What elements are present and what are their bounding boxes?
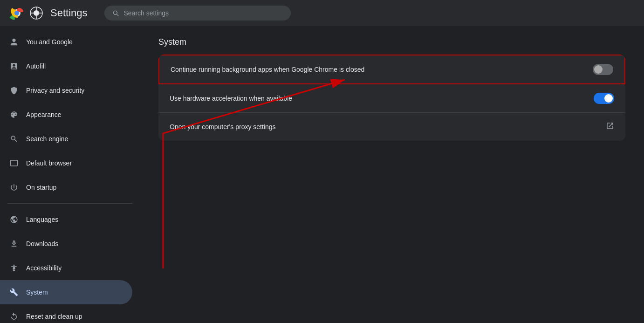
sidebar-label-appearance: Appearance — [26, 111, 62, 118]
shield-icon — [9, 86, 19, 95]
main-content: System Continue running background apps … — [140, 26, 644, 152]
settings-row-proxy-settings[interactable]: Open your computer's proxy settings — [158, 113, 625, 141]
settings-card-system: Continue running background apps when Go… — [158, 55, 625, 141]
chrome-logo-icon — [9, 6, 24, 21]
search-icon — [112, 9, 119, 17]
person-icon — [9, 37, 19, 47]
sidebar-item-you-and-google[interactable]: You and Google — [0, 30, 132, 54]
palette-icon — [9, 110, 19, 119]
page-title: Settings — [50, 7, 88, 19]
sidebar-label-privacy-security: Privacy and security — [26, 87, 84, 94]
svg-point-1 — [14, 11, 19, 15]
sidebar-label-system: System — [26, 289, 48, 296]
sidebar-item-privacy-security[interactable]: Privacy and security — [0, 78, 132, 103]
default-browser-icon — [9, 158, 19, 168]
background-apps-label: Continue running background apps when Go… — [171, 66, 364, 73]
chrome-icon — [30, 7, 43, 20]
external-link-icon — [606, 122, 614, 132]
section-title: System — [158, 37, 625, 47]
wrench-icon — [9, 288, 19, 297]
toggle-slider-on — [594, 93, 614, 104]
sidebar-item-default-browser[interactable]: Default browser — [0, 151, 132, 175]
sidebar-item-downloads[interactable]: Downloads — [0, 232, 132, 256]
sidebar-item-search-engine[interactable]: Search engine — [0, 127, 132, 151]
sidebar-item-appearance[interactable]: Appearance — [0, 103, 132, 127]
search-engine-icon — [9, 134, 19, 144]
sidebar-item-accessibility[interactable]: Accessibility — [0, 256, 132, 280]
hardware-acceleration-label: Use hardware acceleration when available — [170, 95, 292, 102]
sidebar-item-languages[interactable]: Languages — [0, 207, 132, 232]
accessibility-icon — [9, 263, 19, 273]
sidebar-item-autofill[interactable]: Autofill — [0, 54, 132, 78]
sidebar-label-you-and-google: You and Google — [26, 38, 73, 46]
sidebar-label-downloads: Downloads — [26, 240, 58, 247]
background-apps-toggle[interactable] — [593, 64, 613, 75]
sidebar: You and Google Autofill Privacy and secu… — [0, 26, 140, 323]
header: Settings — [0, 0, 644, 26]
app-logo — [9, 6, 43, 21]
search-bar[interactable] — [104, 6, 291, 21]
sidebar-label-on-startup: On startup — [26, 184, 56, 191]
toggle-slider — [593, 64, 613, 75]
search-input[interactable] — [124, 9, 283, 17]
sidebar-label-default-browser: Default browser — [26, 159, 72, 167]
sidebar-divider — [7, 203, 132, 204]
svg-point-3 — [34, 10, 39, 16]
svg-rect-4 — [11, 160, 18, 166]
globe-icon — [9, 215, 19, 224]
sidebar-label-reset-cleanup: Reset and clean up — [26, 313, 82, 320]
autofill-icon — [9, 62, 19, 71]
settings-row-background-apps: Continue running background apps when Go… — [158, 55, 625, 84]
hardware-acceleration-toggle[interactable] — [594, 93, 614, 104]
sidebar-label-autofill: Autofill — [26, 62, 46, 70]
proxy-settings-label: Open your computer's proxy settings — [170, 123, 276, 131]
sidebar-item-reset-cleanup[interactable]: Reset and clean up — [0, 304, 132, 323]
sidebar-label-search-engine: Search engine — [26, 135, 68, 143]
sidebar-item-system[interactable]: System — [0, 280, 132, 304]
content-area: System Continue running background apps … — [140, 26, 644, 323]
settings-row-hardware-acceleration: Use hardware acceleration when available — [158, 84, 625, 113]
sidebar-label-accessibility: Accessibility — [26, 264, 62, 272]
svg-point-5 — [14, 265, 15, 266]
reset-icon — [9, 312, 19, 321]
sidebar-item-on-startup[interactable]: On startup — [0, 175, 132, 199]
download-icon — [9, 239, 19, 248]
sidebar-label-languages: Languages — [26, 216, 58, 223]
layout: You and Google Autofill Privacy and secu… — [0, 26, 644, 323]
power-icon — [9, 183, 19, 192]
